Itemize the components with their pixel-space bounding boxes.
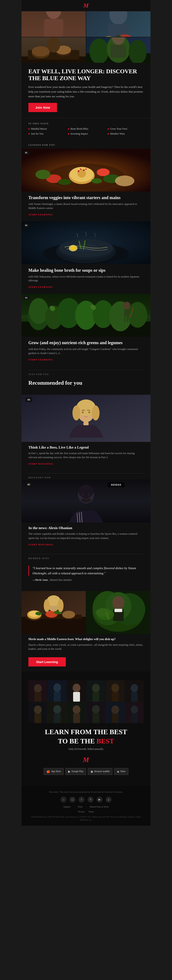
issue-item-6: Member Wins xyxy=(108,132,144,135)
amazon-button[interactable]: ◉ Amazon audible xyxy=(88,768,113,775)
hero-photo-2 xyxy=(86,11,151,37)
google-play-button[interactable]: ▶ Google Play xyxy=(65,768,86,775)
lesson-image-2: 02 xyxy=(21,221,151,264)
issue-item-3: Grow Your Own xyxy=(108,127,144,130)
social-icons: ♪ ◻ f 𝕏 ▶ p xyxy=(28,797,144,803)
meal-desc: Dazzle a dinner party, write a book, or … xyxy=(28,643,144,651)
svg-rect-144 xyxy=(131,692,138,702)
instagram-icon[interactable]: ◻ xyxy=(69,797,76,803)
lesson-card-3: 03 Grow (and enjoy) nutrient-rich greens… xyxy=(21,294,151,366)
svg-point-42 xyxy=(78,170,79,172)
cta-bottom-section: Start Learning xyxy=(21,651,151,671)
pinterest-icon[interactable]: p xyxy=(106,797,112,803)
svg-point-102 xyxy=(35,612,42,615)
relevant-card: ADIDAS 05 In the news: Alexis Ohanian Th… xyxy=(21,480,151,550)
lesson-title-3: Grow (and enjoy) nutrient-rich greens an… xyxy=(28,340,144,345)
twitter-icon[interactable]: 𝕏 xyxy=(87,797,93,803)
hero-body: Ever wondered how your meals can influen… xyxy=(28,85,144,99)
masterclass-at-work-link[interactable]: MasterClass at Work xyxy=(90,805,109,808)
svg-point-133 xyxy=(34,684,42,693)
svg-point-85 xyxy=(82,494,84,495)
svg-point-45 xyxy=(115,175,134,186)
rec-image: 04 xyxy=(21,395,151,442)
final-headline-line1: LEARN FROM THE BEST xyxy=(28,728,144,736)
footer-separator-1: · xyxy=(74,805,75,808)
svg-point-147 xyxy=(53,705,61,714)
svg-point-38 xyxy=(35,170,50,179)
svg-point-137 xyxy=(73,684,80,692)
member-description: Merle made a Middle Eastern feast. What … xyxy=(21,634,151,651)
svg-rect-156 xyxy=(131,713,138,723)
youtube-icon[interactable]: ▶ xyxy=(96,797,103,803)
svg-point-39 xyxy=(83,169,85,171)
svg-point-76 xyxy=(92,406,100,420)
masterclass-logo: M xyxy=(84,3,89,9)
in-this-issue-label: IN THIS ISSUE xyxy=(28,122,144,125)
issue-item-1: Mindful Mezze xyxy=(28,127,64,130)
start-watching-link-1[interactable]: START WATCHING xyxy=(28,463,53,465)
lesson-content-2: Make healing bone broth for soups or sip… xyxy=(21,264,151,293)
relevant-now-label: RELEVANT NOW xyxy=(28,473,144,479)
rec-card: 04 Think Like a Boss, Live Like a Legend… xyxy=(21,395,151,470)
hero-text-section: EAT WELL, LIVE LONGER: DISCOVER THE BLUE… xyxy=(21,63,151,118)
terms-link[interactable]: Terms xyxy=(88,810,94,813)
member-image-1 xyxy=(21,591,86,634)
start-learning-button[interactable]: Start Learning xyxy=(28,657,66,667)
relevant-content: In the news: Alexis Ohanian The venture … xyxy=(21,522,151,550)
svg-point-149 xyxy=(73,705,80,714)
svg-rect-29 xyxy=(111,45,126,58)
tiktok-icon[interactable]: ♪ xyxy=(60,797,66,803)
just-for-you-section: Recommended for you xyxy=(21,376,151,395)
svg-point-40 xyxy=(85,169,87,170)
facebook-icon[interactable]: f xyxy=(79,797,85,803)
start-learning-link-3[interactable]: START LEARNING xyxy=(28,358,53,361)
issue-dot-3 xyxy=(108,128,109,130)
svg-rect-148 xyxy=(54,713,61,723)
start-learning-link-2[interactable]: START LEARNING xyxy=(28,286,53,288)
google-play-label: Google Play xyxy=(72,770,83,773)
member-attribution: —Merle Anne , MasterClass member xyxy=(32,578,144,582)
relevant-body: The venture capitalist and Reddit cofoun… xyxy=(28,532,144,540)
issue-grid: Mindful Mezze Bone Broth Bliss Grow Your… xyxy=(28,127,144,135)
hero-headline: EAT WELL, LIVE LONGER: DISCOVER THE BLUE… xyxy=(28,68,144,82)
faq-link[interactable]: FAQ xyxy=(78,805,82,808)
svg-rect-154 xyxy=(112,714,119,723)
member-image-2 xyxy=(86,591,151,634)
svg-point-114 xyxy=(113,596,124,610)
svg-point-139 xyxy=(92,684,100,692)
svg-rect-116 xyxy=(114,609,122,612)
svg-point-79 xyxy=(88,412,90,413)
just-for-you-divider: JUST FOR YOU xyxy=(21,366,151,376)
start-watching-link-2[interactable]: START WATCHING xyxy=(28,543,53,546)
svg-rect-70 xyxy=(124,317,125,322)
roku-label: Roku xyxy=(121,770,125,773)
svg-rect-69 xyxy=(127,317,128,322)
start-learning-link-1[interactable]: START LEARNING xyxy=(28,213,53,216)
app-store-button[interactable]: 🍎 App Store xyxy=(43,768,63,775)
svg-point-19 xyxy=(32,46,50,57)
roku-button[interactable]: ◈ Roku xyxy=(114,768,128,775)
issue-item-2: Bone Broth Bliss xyxy=(68,127,104,130)
lesson-content-1: Transform veggies into vibrant starters … xyxy=(21,192,151,221)
join-now-button[interactable]: Join Now xyxy=(28,103,57,112)
footer-separator-2: · xyxy=(86,805,87,808)
app-stores: 🍎 App Store ▶ Google Play ◉ Amazon audib… xyxy=(28,768,144,775)
privacy-link[interactable]: Privacy xyxy=(78,810,85,813)
issue-item-5: Investing Impact xyxy=(68,132,104,135)
member-images xyxy=(21,591,151,634)
relevant-title: In the news: Alexis Ohanian xyxy=(28,526,144,530)
final-logo: M xyxy=(28,756,144,764)
member-wins-section: "I learned how to make texturally smooth… xyxy=(21,560,151,587)
app-store-label: App Store xyxy=(51,770,61,773)
header: M xyxy=(21,0,151,11)
svg-point-55 xyxy=(71,246,76,250)
svg-text:ADIDAS: ADIDAS xyxy=(111,484,121,486)
support-link[interactable]: Support xyxy=(63,805,71,808)
hero-photo-1 xyxy=(21,11,86,37)
lesson-title-1: Transform veggies into vibrant starters … xyxy=(28,195,144,200)
svg-point-135 xyxy=(53,683,61,692)
rec-body: In Part 1, spend the day with the first … xyxy=(28,451,144,460)
svg-rect-142 xyxy=(112,692,119,702)
svg-rect-152 xyxy=(92,713,99,723)
svg-text:04: 04 xyxy=(27,398,30,401)
